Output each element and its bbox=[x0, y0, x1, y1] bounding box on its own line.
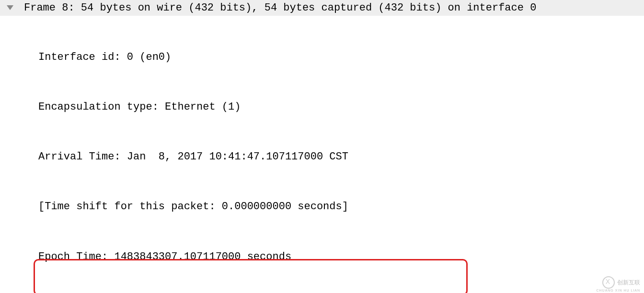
frame-detail-lines: Interface id: 0 (en0) Encapsulation type… bbox=[0, 16, 644, 293]
detail-line[interactable]: [Time shift for this packet: 0.000000000… bbox=[38, 199, 644, 215]
watermark-subtext: CHUANG XIN HU LIAN bbox=[596, 289, 640, 292]
detail-line[interactable]: Epoch Time: 1483843307.107117000 seconds bbox=[38, 249, 644, 266]
detail-line[interactable]: Encapsulation type: Ethernet (1) bbox=[38, 99, 644, 116]
detail-line[interactable]: Arrival Time: Jan 8, 2017 10:41:47.10711… bbox=[38, 149, 644, 166]
frame-header-text: Frame 8: 54 bytes on wire (432 bits), 54… bbox=[24, 2, 536, 14]
detail-line[interactable]: Interface id: 0 (en0) bbox=[38, 49, 644, 66]
watermark-logo-icon bbox=[602, 276, 615, 289]
watermark-brand: 创新互联 bbox=[617, 279, 640, 285]
disclosure-triangle-icon[interactable] bbox=[7, 5, 13, 10]
watermark: 创新互联 CHUANG XIN HU LIAN bbox=[596, 276, 640, 292]
frame-header-row[interactable]: Frame 8: 54 bytes on wire (432 bits), 54… bbox=[0, 0, 644, 16]
